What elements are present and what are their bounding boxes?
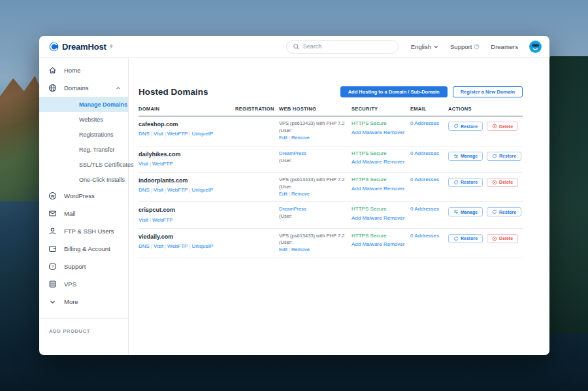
trademark-symbol: ® [110,44,113,48]
https-status: HTTPS Secure [351,177,405,184]
add-hosting-button[interactable]: Add Hosting to a Domain / Sub-Domain [340,86,448,97]
sidebar-subitem-ssl-tls-certificates[interactable]: SSL/TLS Certificates [39,157,128,172]
dns-link[interactable]: DNS [139,243,150,249]
email-addresses-link[interactable]: 0 Addresses [410,233,439,239]
manage-button[interactable]: Manage [448,207,483,216]
security-link-wrap: Add Malware Remover [351,159,405,166]
sidebar-subitem-reg-transfer[interactable]: Reg. Transfer [39,142,128,157]
manage-icon [453,209,459,214]
edit-link[interactable]: Edit [279,135,287,141]
avatar[interactable] [529,41,542,53]
email-addresses-link[interactable]: 0 Addresses [410,120,439,126]
sidebar-subitem-websites[interactable]: Websites [39,112,128,127]
account-name[interactable]: Dreamers [491,43,518,50]
add-product-link[interactable]: ADD PRODUCT [39,319,128,334]
webftp-link[interactable]: WebFTP [152,217,172,223]
visit-link[interactable]: Visit [154,131,163,137]
webftp-link[interactable]: WebFTP [167,243,188,249]
dns-link[interactable]: DNS [139,131,150,137]
search-input[interactable] [300,42,392,50]
domain-links: DNS|Visit|WebFTP|UniqueIP [139,130,230,138]
sidebar-subitem-registrations[interactable]: Registrations [39,127,128,142]
email-addresses-link[interactable]: 0 Addresses [410,150,439,156]
delete-button[interactable]: Delete [487,122,518,131]
separator: | [151,187,152,193]
sidebar-item-wordpress[interactable]: WWordPress [39,187,128,205]
restore-button[interactable]: Restore [448,234,483,243]
hosting-plan: DreamPress [279,206,346,213]
edit-link[interactable]: Edit [279,246,287,252]
logo-text: DreamHost [62,42,106,52]
sidebar-item-mail[interactable]: Mail [39,205,128,222]
visit-link[interactable]: Visit [154,187,163,193]
dreampress-link[interactable]: DreamPress [279,206,306,212]
billing-icon [48,245,57,253]
security-link-wrap: Add Malware Remover [351,241,405,248]
table-row: indoorplants.comDNS|Visit|WebFTP|UniqueI… [139,173,523,203]
separator: | [151,131,152,137]
hosting-cell: VPS (ps613433) with PHP 7.2(User:Edit|Re… [279,120,351,142]
sidebar-item-domains[interactable]: Domains [39,79,128,97]
manage-button[interactable]: Manage [448,152,483,161]
add-malware-remover-link[interactable]: Add Malware Remover [351,241,404,247]
sidebar-subitem-manage-domains[interactable]: Manage Domains [39,97,128,112]
dreamhost-logo[interactable]: DreamHost ® [49,42,112,52]
uniqueip-link[interactable]: UniqueIP [192,187,214,193]
register-new-domain-button[interactable]: Register a New Domain [453,86,523,97]
remove-link[interactable]: Remove [291,135,310,141]
add-malware-remover-link[interactable]: Add Malware Remover [351,129,404,135]
add-malware-remover-link[interactable]: Add Malware Remover [351,186,404,192]
remove-link[interactable]: Remove [291,246,310,252]
user-icon [48,227,57,235]
sidebar-item-home[interactable]: Home [39,61,128,79]
button-label: Restore [499,154,516,158]
dreampress-link[interactable]: DreamPress [279,150,306,156]
hosting-text: (User: [279,128,346,135]
sidebar-item-support[interactable]: ?Support [39,258,128,275]
webftp-link[interactable]: WebFTP [167,131,188,137]
sidebar-item-label: VPS [64,280,76,288]
remove-link[interactable]: Remove [291,191,310,197]
visit-link[interactable]: Visit [154,243,163,249]
uniqueip-link[interactable]: UniqueIP [192,243,214,249]
sidebar-item-label: Support [64,263,86,270]
security-cell: HTTPS SecureAdd Malware Remover [351,120,410,137]
email-addresses-link[interactable]: 0 Addresses [410,206,439,212]
visit-link[interactable]: Visit [139,217,148,223]
visit-link[interactable]: Visit [139,161,148,167]
add-malware-remover-link[interactable]: Add Malware Remover [351,215,404,221]
sidebar-item-ftp-ssh-users[interactable]: FTP & SSH Users [39,222,128,240]
actions-cell: ManageRestore [448,150,523,161]
webftp-link[interactable]: WebFTP [167,187,188,193]
uniqueip-link[interactable]: UniqueIP [192,131,214,137]
restore-button[interactable]: Restore [487,152,521,161]
sidebar-item-more[interactable]: More [39,293,128,311]
support-link[interactable]: Support ? [450,43,480,50]
delete-button[interactable]: Delete [487,178,518,187]
restore-button[interactable]: Restore [487,207,521,216]
security-cell: HTTPS SecureAdd Malware Remover [351,206,410,222]
sidebar-item-label: Domains [64,84,89,92]
search-box[interactable] [286,40,399,54]
security-link-wrap: Add Malware Remover [351,215,405,222]
add-malware-remover-link[interactable]: Add Malware Remover [351,159,404,165]
edit-link[interactable]: Edit [279,191,287,197]
restore-button[interactable]: Restore [448,178,483,187]
hosting-cell: DreamPress(User: [279,206,351,220]
svg-text:W: W [51,194,55,198]
restore-icon [492,154,497,159]
webftp-link[interactable]: WebFTP [152,161,172,167]
email-addresses-link[interactable]: 0 Addresses [410,177,439,182]
chevron-up-icon [115,85,122,92]
domain-links: Visit|WebFTP [139,160,230,168]
sidebar-item-billing-account[interactable]: Billing & Account [39,240,128,258]
restore-button[interactable]: Restore [448,122,483,131]
https-status: HTTPS Secure [351,206,405,213]
delete-button[interactable]: Delete [487,234,518,243]
sidebar-subitem-one-click-installs[interactable]: One-Click Installs [39,172,128,187]
language-selector[interactable]: English [411,43,439,50]
table-header-row: DOMAINREGISTRATIONWEB HOSTINGSECURITYEMA… [139,106,523,116]
button-label: Restore [461,236,478,241]
sidebar-item-vps[interactable]: VPS [39,275,128,293]
dns-link[interactable]: DNS [139,187,150,193]
